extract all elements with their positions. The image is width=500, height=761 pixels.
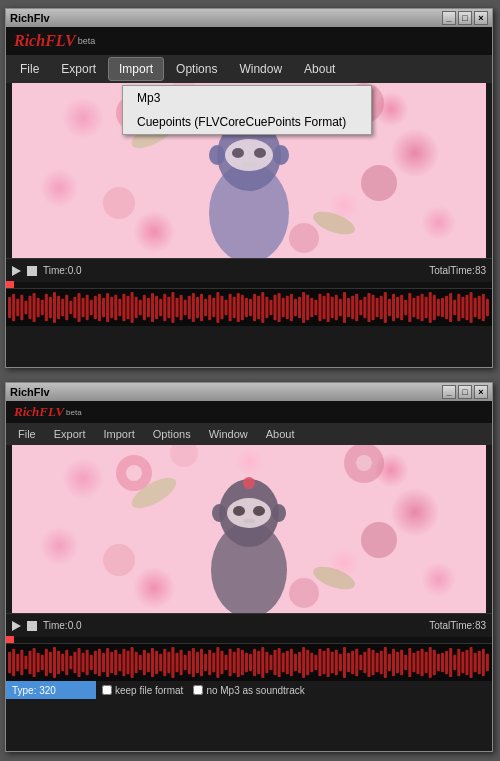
menu-file-2[interactable]: File bbox=[10, 426, 44, 442]
svg-point-138 bbox=[126, 465, 142, 481]
svg-rect-267 bbox=[457, 649, 460, 676]
svg-rect-63 bbox=[188, 296, 191, 319]
svg-rect-131 bbox=[465, 295, 468, 320]
svg-rect-111 bbox=[384, 292, 387, 323]
svg-rect-239 bbox=[343, 647, 346, 678]
menu-export-1[interactable]: Export bbox=[51, 58, 106, 80]
play-button-2[interactable] bbox=[12, 621, 21, 631]
no-mp3-checkbox[interactable] bbox=[193, 685, 203, 695]
svg-point-13 bbox=[232, 148, 244, 158]
svg-rect-126 bbox=[445, 296, 448, 319]
svg-rect-180 bbox=[102, 653, 105, 672]
svg-rect-79 bbox=[253, 294, 256, 321]
menu-import-2[interactable]: Import bbox=[96, 426, 143, 442]
dropdown-mp3[interactable]: Mp3 bbox=[123, 86, 371, 110]
svg-rect-206 bbox=[208, 650, 211, 675]
app-name-rich-1: Rich bbox=[14, 32, 45, 50]
svg-rect-116 bbox=[404, 300, 407, 316]
keep-file-format-label[interactable]: keep file format bbox=[102, 685, 183, 696]
menu-window-1[interactable]: Window bbox=[229, 58, 292, 80]
menu-options-2[interactable]: Options bbox=[145, 426, 199, 442]
svg-rect-33 bbox=[65, 295, 68, 320]
svg-rect-255 bbox=[408, 648, 411, 677]
minimize-btn-2[interactable]: _ bbox=[442, 385, 456, 399]
menu-options-1[interactable]: Options bbox=[166, 58, 227, 80]
close-btn-2[interactable]: × bbox=[474, 385, 488, 399]
svg-rect-75 bbox=[237, 293, 240, 322]
play-button-1[interactable] bbox=[12, 266, 21, 276]
svg-rect-80 bbox=[257, 296, 260, 319]
svg-rect-272 bbox=[478, 651, 481, 674]
svg-rect-250 bbox=[388, 654, 391, 672]
svg-rect-198 bbox=[175, 653, 178, 672]
svg-rect-78 bbox=[249, 299, 252, 317]
svg-point-14 bbox=[254, 148, 266, 158]
svg-rect-207 bbox=[212, 653, 215, 672]
svg-rect-120 bbox=[421, 294, 424, 321]
minimize-btn-1[interactable]: _ bbox=[442, 11, 456, 25]
svg-rect-213 bbox=[237, 648, 240, 677]
svg-rect-218 bbox=[257, 651, 260, 674]
svg-rect-249 bbox=[384, 647, 387, 678]
svg-rect-163 bbox=[33, 648, 36, 677]
svg-rect-253 bbox=[400, 650, 403, 675]
menu-about-1[interactable]: About bbox=[294, 58, 345, 80]
svg-rect-215 bbox=[245, 653, 248, 672]
svg-rect-248 bbox=[380, 651, 383, 674]
svg-rect-24 bbox=[28, 296, 31, 319]
menu-export-2[interactable]: Export bbox=[46, 426, 94, 442]
svg-point-141 bbox=[103, 544, 135, 576]
titlebar-controls-1: _ □ × bbox=[442, 11, 488, 25]
svg-rect-114 bbox=[396, 297, 399, 318]
svg-rect-43 bbox=[106, 293, 109, 322]
svg-rect-168 bbox=[53, 647, 56, 678]
svg-rect-270 bbox=[470, 647, 473, 678]
svg-rect-164 bbox=[37, 653, 40, 672]
svg-rect-231 bbox=[310, 653, 313, 672]
stop-indicator-1 bbox=[27, 266, 37, 276]
svg-point-17 bbox=[273, 145, 289, 165]
svg-rect-100 bbox=[339, 299, 342, 317]
close-btn-1[interactable]: × bbox=[474, 11, 488, 25]
svg-rect-171 bbox=[65, 650, 68, 675]
svg-point-142 bbox=[361, 522, 397, 558]
svg-rect-223 bbox=[278, 648, 281, 677]
svg-rect-170 bbox=[61, 654, 64, 672]
dropdown-cuepoints[interactable]: Cuepoints (FLVCoreCuePoints Format) bbox=[123, 110, 371, 134]
maximize-btn-1[interactable]: □ bbox=[458, 11, 472, 25]
svg-rect-62 bbox=[184, 300, 187, 316]
svg-rect-101 bbox=[343, 292, 346, 323]
svg-rect-58 bbox=[167, 297, 170, 318]
svg-rect-191 bbox=[147, 653, 150, 672]
svg-rect-74 bbox=[233, 297, 236, 318]
svg-rect-108 bbox=[372, 295, 375, 320]
menu-file-1[interactable]: File bbox=[10, 58, 49, 80]
keep-file-format-checkbox[interactable] bbox=[102, 685, 112, 695]
svg-rect-228 bbox=[298, 652, 301, 673]
menubar-2: File Export Import Options Window About bbox=[6, 423, 492, 445]
app-subtitle-2: beta bbox=[66, 408, 82, 417]
svg-point-16 bbox=[209, 145, 225, 165]
svg-rect-76 bbox=[241, 295, 244, 320]
menu-about-2[interactable]: About bbox=[258, 426, 303, 442]
no-mp3-label[interactable]: no Mp3 as soundtrack bbox=[193, 685, 304, 696]
menu-import-1[interactable]: Import bbox=[108, 57, 164, 81]
svg-rect-234 bbox=[323, 651, 326, 674]
svg-rect-55 bbox=[155, 296, 158, 319]
svg-rect-181 bbox=[106, 648, 109, 677]
svg-rect-242 bbox=[355, 649, 358, 676]
svg-rect-132 bbox=[470, 292, 473, 323]
menu-window-2[interactable]: Window bbox=[201, 426, 256, 442]
svg-rect-83 bbox=[269, 300, 272, 316]
svg-rect-50 bbox=[135, 297, 138, 318]
svg-rect-210 bbox=[224, 655, 227, 671]
svg-rect-102 bbox=[347, 298, 350, 317]
svg-rect-269 bbox=[465, 650, 468, 675]
svg-rect-240 bbox=[347, 653, 350, 672]
maximize-btn-2[interactable]: □ bbox=[458, 385, 472, 399]
svg-rect-124 bbox=[437, 299, 440, 317]
svg-rect-96 bbox=[323, 296, 326, 319]
svg-rect-274 bbox=[486, 654, 489, 672]
titlebar-controls-2: _ □ × bbox=[442, 385, 488, 399]
svg-rect-177 bbox=[90, 655, 93, 671]
